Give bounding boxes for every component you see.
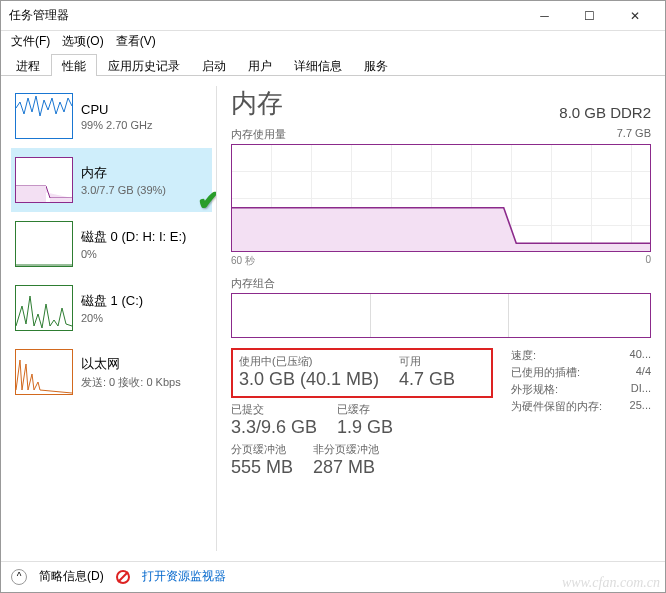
usage-label: 内存使用量 — [231, 127, 286, 142]
chevron-up-icon[interactable]: ^ — [11, 569, 27, 585]
sidebar-ethernet-sub: 发送: 0 接收: 0 Kbps — [81, 375, 181, 390]
available-value: 4.7 GB — [399, 369, 455, 390]
svg-rect-1 — [50, 198, 72, 202]
nonpaged-label: 非分页缓冲池 — [313, 442, 379, 457]
sidebar: CPU 99% 2.70 GHz 内存 3.0/7.7 GB (39%) ✔ 磁… — [1, 76, 216, 561]
tabbar: 进程 性能 应用历史记录 启动 用户 详细信息 服务 — [1, 51, 665, 76]
nonpaged-value: 287 MB — [313, 457, 379, 478]
tab-services[interactable]: 服务 — [353, 54, 399, 76]
bottombar: ^ 简略信息(D) 打开资源监视器 www.cfan.com.cn — [1, 561, 665, 591]
slots-value: 4/4 — [636, 365, 651, 380]
sidebar-item-cpu[interactable]: CPU 99% 2.70 GHz — [11, 84, 212, 148]
sidebar-disk1-sub: 20% — [81, 312, 143, 324]
inuse-label: 使用中(已压缩) — [239, 354, 379, 369]
sidebar-memory-sub: 3.0/7.7 GB (39%) — [81, 184, 166, 196]
svg-marker-2 — [232, 208, 650, 251]
cpu-thumbnail — [15, 93, 73, 139]
speed-label: 速度: — [511, 348, 536, 363]
tab-processes[interactable]: 进程 — [5, 54, 51, 76]
window-controls: ─ ☐ ✕ — [522, 2, 657, 30]
paged-value: 555 MB — [231, 457, 293, 478]
available-label: 可用 — [399, 354, 455, 369]
axis-left: 60 秒 — [231, 254, 255, 268]
brief-info-link[interactable]: 简略信息(D) — [39, 568, 104, 585]
cached-value: 1.9 GB — [337, 417, 393, 438]
resource-monitor-icon — [116, 570, 130, 584]
usage-max: 7.7 GB — [617, 127, 651, 142]
sidebar-item-disk1[interactable]: 磁盘 1 (C:) 20% — [11, 276, 212, 340]
sidebar-disk1-title: 磁盘 1 (C:) — [81, 292, 143, 310]
minimize-button[interactable]: ─ — [522, 2, 567, 30]
sidebar-cpu-title: CPU — [81, 102, 153, 117]
maximize-button[interactable]: ☐ — [567, 2, 612, 30]
tab-details[interactable]: 详细信息 — [283, 54, 353, 76]
main-panel: 内存 8.0 GB DDR2 内存使用量 7.7 GB 60 秒 0 内存组合 … — [217, 76, 665, 561]
sidebar-disk0-sub: 0% — [81, 248, 186, 260]
cached-label: 已缓存 — [337, 402, 393, 417]
titlebar: 任务管理器 ─ ☐ ✕ — [1, 1, 665, 31]
memory-usage-graph[interactable] — [231, 144, 651, 252]
committed-value: 3.3/9.6 GB — [231, 417, 317, 438]
paged-label: 分页缓冲池 — [231, 442, 293, 457]
menubar: 文件(F) 选项(O) 查看(V) — [1, 31, 665, 51]
sidebar-disk0-title: 磁盘 0 (D: H: I: E:) — [81, 228, 186, 246]
memory-capacity: 8.0 GB DDR2 — [559, 104, 651, 121]
speed-value: 40... — [630, 348, 651, 363]
committed-label: 已提交 — [231, 402, 317, 417]
composition-label: 内存组合 — [231, 276, 275, 291]
memory-composition-graph[interactable] — [231, 293, 651, 338]
axis-right: 0 — [645, 254, 651, 268]
sidebar-item-memory[interactable]: 内存 3.0/7.7 GB (39%) ✔ — [11, 148, 212, 212]
form-label: 外形规格: — [511, 382, 558, 397]
menu-options[interactable]: 选项(O) — [58, 32, 107, 51]
tab-users[interactable]: 用户 — [237, 54, 283, 76]
close-button[interactable]: ✕ — [612, 2, 657, 30]
disk0-thumbnail — [15, 221, 73, 267]
page-title: 内存 — [231, 86, 283, 121]
tab-app-history[interactable]: 应用历史记录 — [97, 54, 191, 76]
disk1-thumbnail — [15, 285, 73, 331]
menu-view[interactable]: 查看(V) — [112, 32, 160, 51]
window-title: 任务管理器 — [9, 7, 522, 24]
checkmark-icon: ✔ — [197, 184, 216, 217]
highlight-box: 使用中(已压缩) 3.0 GB (40.1 MB) 可用 4.7 GB — [231, 348, 493, 398]
inuse-value: 3.0 GB (40.1 MB) — [239, 369, 379, 390]
slots-label: 已使用的插槽: — [511, 365, 580, 380]
watermark: www.cfan.com.cn — [562, 575, 660, 591]
sidebar-ethernet-title: 以太网 — [81, 355, 181, 373]
sidebar-item-ethernet[interactable]: 以太网 发送: 0 接收: 0 Kbps — [11, 340, 212, 404]
svg-rect-0 — [16, 186, 46, 202]
memory-thumbnail — [15, 157, 73, 203]
sidebar-item-disk0[interactable]: 磁盘 0 (D: H: I: E:) 0% — [11, 212, 212, 276]
ethernet-thumbnail — [15, 349, 73, 395]
form-value: DI... — [631, 382, 651, 397]
sidebar-cpu-sub: 99% 2.70 GHz — [81, 119, 153, 131]
tab-startup[interactable]: 启动 — [191, 54, 237, 76]
resource-monitor-link[interactable]: 打开资源监视器 — [142, 568, 226, 585]
reserved-value: 25... — [630, 399, 651, 414]
menu-file[interactable]: 文件(F) — [7, 32, 54, 51]
tab-performance[interactable]: 性能 — [51, 54, 97, 76]
reserved-label: 为硬件保留的内存: — [511, 399, 602, 414]
sidebar-memory-title: 内存 — [81, 164, 166, 182]
